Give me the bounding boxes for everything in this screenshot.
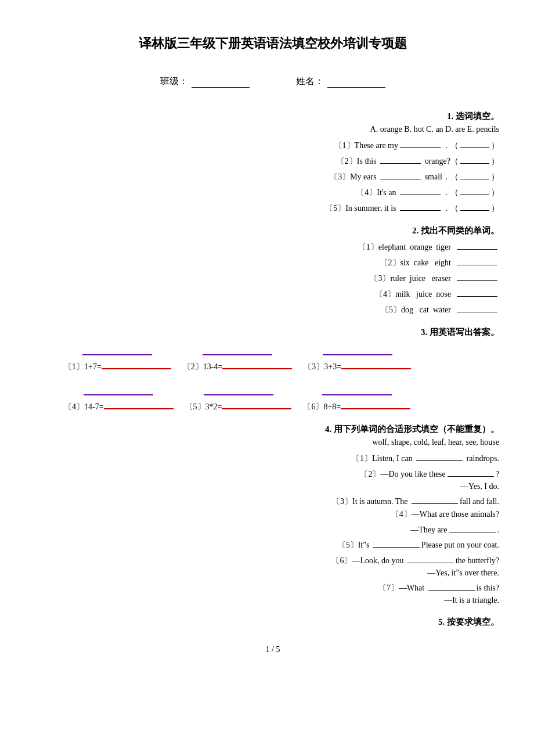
- s1-blank-5a[interactable]: [400, 200, 441, 211]
- math-expr-2: 〔2〕13-4=: [183, 359, 293, 372]
- math-expr-3: 〔3〕3+3=: [304, 359, 411, 372]
- s2-blank-1[interactable]: [457, 239, 497, 250]
- s2-item-2: 〔2〕six cake eight: [46, 255, 499, 268]
- s4-blank-7[interactable]: [428, 580, 475, 591]
- s2-blank-5[interactable]: [457, 302, 497, 312]
- s1-blank-4a[interactable]: [400, 185, 441, 195]
- s1-blank-3b[interactable]: [460, 169, 489, 179]
- math-answer-bottom-4[interactable]: [104, 399, 174, 409]
- math-answer-top-6[interactable]: [322, 384, 392, 395]
- s1-blank-1b[interactable]: [460, 138, 489, 148]
- section1-wordbank: A. orange B. hot C. an D. are E. pencils: [46, 125, 499, 134]
- math-answer-bottom-6[interactable]: [341, 399, 410, 409]
- section-2: 2. 找出不同类的单词。 〔1〕elephant orange tiger 〔2…: [46, 225, 499, 315]
- s4-item-4b: —They are.: [46, 522, 499, 535]
- math-expr-1: 〔1〕1+7=: [64, 359, 171, 372]
- section-3: 3. 用英语写出答案。 〔1〕1+7= 〔2〕13-4= 〔3〕3+3= 〔4: [46, 327, 499, 412]
- math-item-5: 〔5〕3*2=: [185, 384, 292, 412]
- s1-blank-4b[interactable]: [460, 185, 489, 195]
- math-answer-top-4[interactable]: [84, 384, 153, 395]
- s1-blank-2b[interactable]: [460, 153, 489, 164]
- s1-item-3: 〔3〕My ears small．（）: [46, 169, 499, 182]
- math-item-3: 〔3〕3+3=: [304, 344, 411, 372]
- s4-item-2a: 〔2〕—Do you like these?: [46, 466, 499, 480]
- math-expr-6: 〔6〕8+8=: [303, 399, 410, 412]
- math-expr-5: 〔5〕3*2=: [185, 399, 292, 412]
- section2-title: 2. 找出不同类的单词。: [46, 225, 499, 236]
- s1-item-5: 〔5〕In summer, it is ．（）: [46, 200, 499, 214]
- s2-blank-4[interactable]: [457, 286, 497, 297]
- section4-title: 4. 用下列单词的合适形式填空（不能重复）。: [46, 424, 499, 435]
- name-label: 姓名：: [296, 75, 324, 88]
- s4-blank-3[interactable]: [412, 494, 458, 504]
- s1-blank-2a[interactable]: [380, 153, 421, 164]
- math-answer-bottom-5[interactable]: [222, 399, 291, 409]
- math-item-2: 〔2〕13-4=: [183, 344, 293, 372]
- math-answer-bottom-1[interactable]: [102, 359, 171, 369]
- class-label: 班级：: [160, 75, 188, 88]
- section1-title: 1. 选词填空。: [46, 111, 499, 122]
- math-answer-top-3[interactable]: [323, 344, 392, 355]
- s4-item-6a: 〔6〕—Look, do you the butterfly?: [46, 553, 499, 566]
- s1-blank-5b[interactable]: [460, 200, 489, 211]
- math-answer-top-2[interactable]: [203, 344, 272, 355]
- s2-item-1: 〔1〕elephant orange tiger: [46, 239, 499, 253]
- section-1: 1. 选词填空。 A. orange B. hot C. an D. are E…: [46, 111, 499, 214]
- s2-item-4: 〔4〕milk juice nose: [46, 286, 499, 300]
- s2-item-3: 〔3〕ruler juice eraser: [46, 271, 499, 284]
- math-answer-top-1[interactable]: [82, 344, 152, 355]
- section-5: 5. 按要求填空。: [46, 617, 499, 628]
- class-field: 班级：: [160, 75, 250, 88]
- s4-blank-1[interactable]: [416, 451, 463, 461]
- s4-item-1: 〔1〕Listen, I can raindrops.: [46, 451, 499, 464]
- s4-blank-6[interactable]: [407, 553, 454, 563]
- page-number: 1 / 5: [46, 645, 499, 654]
- s1-blank-3a[interactable]: [380, 169, 421, 179]
- s4-item-4a: 〔4〕—What are those animals?: [46, 509, 499, 520]
- section-4: 4. 用下列单词的合适形式填空（不能重复）。 wolf, shape, cold…: [46, 424, 499, 605]
- name-input[interactable]: [327, 76, 385, 88]
- math-answer-top-5[interactable]: [204, 384, 273, 395]
- page-title: 译林版三年级下册英语语法填空校外培训专项题: [46, 35, 499, 52]
- math-answer-bottom-2[interactable]: [222, 359, 292, 369]
- math-item-4: 〔4〕14-7=: [64, 384, 174, 412]
- s2-blank-2[interactable]: [457, 255, 497, 265]
- s4-item-7a: 〔7〕—What is this?: [46, 580, 499, 593]
- s4-item-2b: —Yes, I do.: [46, 482, 499, 491]
- section5-title: 5. 按要求填空。: [46, 617, 499, 628]
- s1-item-1: 〔1〕These are my．（）: [46, 138, 499, 151]
- section4-wordbank: wolf, shape, cold, leaf, hear, see, hous…: [46, 438, 499, 447]
- name-field: 姓名：: [296, 75, 385, 88]
- s4-item-7b: —It is a triangle.: [46, 596, 499, 605]
- s4-blank-5[interactable]: [373, 537, 420, 548]
- s4-blank-2[interactable]: [448, 466, 494, 477]
- s4-blank-4[interactable]: [449, 522, 496, 532]
- s4-item-5: 〔5〕It"s Please put on your coat.: [46, 537, 499, 550]
- s4-item-3: 〔3〕It is autumn. The fall and fall.: [46, 494, 499, 507]
- student-info: 班级： 姓名：: [46, 75, 499, 88]
- s2-item-5: 〔5〕dog cat water: [46, 302, 499, 315]
- s1-item-4: 〔4〕It's an ．（）: [46, 185, 499, 198]
- s1-blank-1a[interactable]: [400, 138, 441, 148]
- math-answer-bottom-3[interactable]: [341, 359, 411, 369]
- s2-blank-3[interactable]: [457, 271, 497, 281]
- math-expr-4: 〔4〕14-7=: [64, 399, 174, 412]
- math-item-6: 〔6〕8+8=: [303, 384, 410, 412]
- section3-title: 3. 用英语写出答案。: [46, 327, 499, 338]
- class-input[interactable]: [192, 76, 250, 88]
- math-item-1: 〔1〕1+7=: [64, 344, 171, 372]
- s1-item-2: 〔2〕Is this orange?（）: [46, 153, 499, 167]
- s4-item-6b: —Yes, it"s over there.: [46, 568, 499, 578]
